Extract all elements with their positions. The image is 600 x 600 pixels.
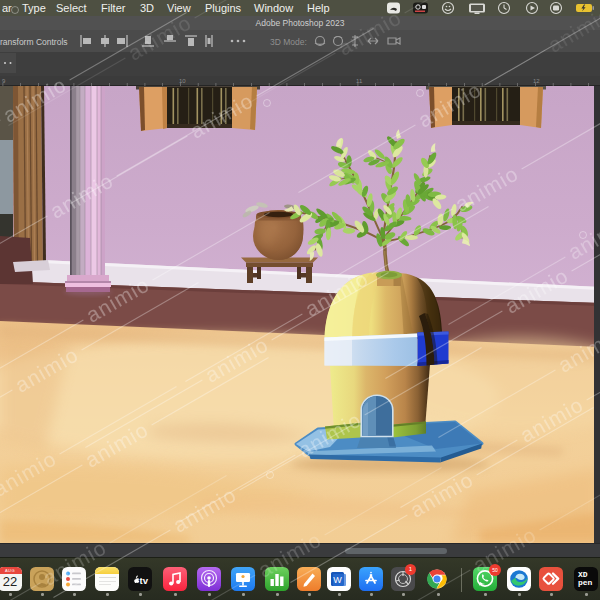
- svg-text:W: W: [333, 575, 342, 585]
- svg-text:tv: tv: [140, 575, 149, 586]
